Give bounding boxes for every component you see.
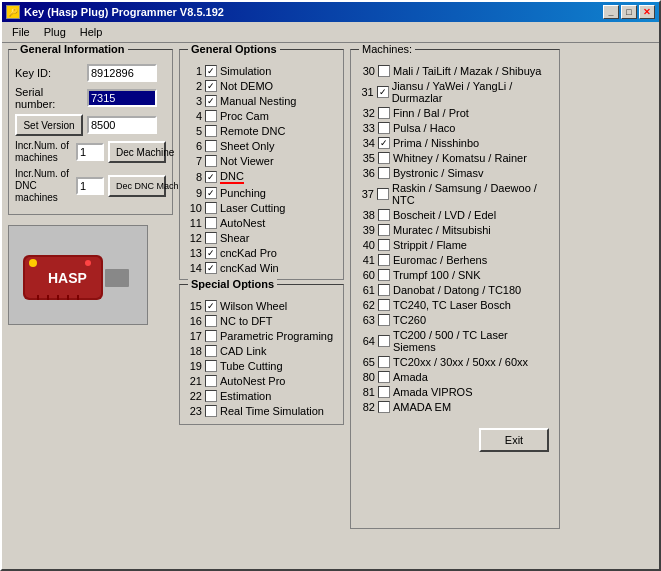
option-13: 13 cncKad Pro	[186, 246, 337, 260]
left-panel: General Information Key ID: Serial numbe…	[8, 49, 173, 529]
option-7-checkbox[interactable]	[205, 155, 217, 167]
incr-machines-label: Incr.Num. of machines	[15, 140, 72, 164]
machine-81-checkbox[interactable]	[378, 386, 390, 398]
special-options-title: Special Options	[188, 278, 277, 290]
set-version-input[interactable]	[87, 116, 157, 134]
machine-80: 80 Amada	[357, 370, 553, 384]
main-content: General Information Key ID: Serial numbe…	[2, 43, 659, 535]
serial-input[interactable]	[87, 89, 157, 107]
menu-help[interactable]: Help	[74, 24, 109, 40]
machine-64-checkbox[interactable]	[378, 335, 390, 347]
machine-38: 38 Boscheit / LVD / Edel	[357, 208, 553, 222]
option-21: 21 AutoNest Pro	[186, 374, 337, 388]
option-1-checkbox[interactable]	[205, 65, 217, 77]
machine-61-checkbox[interactable]	[378, 284, 390, 296]
machine-33-checkbox[interactable]	[378, 122, 390, 134]
option-10-checkbox[interactable]	[205, 202, 217, 214]
option-5: 5 Remote DNC	[186, 124, 337, 138]
exit-button[interactable]: Exit	[479, 428, 549, 452]
option-9: 9 Punching	[186, 186, 337, 200]
general-options-title: General Options	[188, 43, 280, 55]
window-icon: 🔑	[6, 5, 20, 19]
option-19-checkbox[interactable]	[205, 360, 217, 372]
machine-31-checkbox[interactable]	[377, 86, 389, 98]
machine-82-checkbox[interactable]	[378, 401, 390, 413]
close-button[interactable]: ✕	[639, 5, 655, 19]
machine-63-checkbox[interactable]	[378, 314, 390, 326]
machines-title: Machines:	[359, 43, 415, 55]
machine-39-checkbox[interactable]	[378, 224, 390, 236]
option-17-checkbox[interactable]	[205, 330, 217, 342]
menu-file[interactable]: File	[6, 24, 36, 40]
option-3-checkbox[interactable]	[205, 95, 217, 107]
menu-plug[interactable]: Plug	[38, 24, 72, 40]
svg-point-5	[29, 259, 37, 267]
machine-36: 36 Bystronic / Simasv	[357, 166, 553, 180]
option-9-checkbox[interactable]	[205, 187, 217, 199]
machine-30-checkbox[interactable]	[378, 65, 390, 77]
option-1: 1 Simulation	[186, 64, 337, 78]
option-16: 16 NC to DFT	[186, 314, 337, 328]
machine-33: 33 Pulsa / Haco	[357, 121, 553, 135]
option-23-checkbox[interactable]	[205, 405, 217, 417]
option-5-checkbox[interactable]	[205, 125, 217, 137]
machines-group: Machines: 30 Mali / TaiLift / Mazak / Sh…	[350, 49, 560, 529]
option-14: 14 cncKad Win	[186, 261, 337, 275]
svg-point-6	[85, 260, 91, 266]
option-7: 7 Not Viewer	[186, 154, 337, 168]
special-options-group: Special Options 15 Wilson Wheel 16 NC to…	[179, 284, 344, 425]
option-2: 2 Not DEMO	[186, 79, 337, 93]
machine-34-checkbox[interactable]	[378, 137, 390, 149]
machine-81: 81 Amada VIPROS	[357, 385, 553, 399]
option-4: 4 Proc Cam	[186, 109, 337, 123]
machine-62-checkbox[interactable]	[378, 299, 390, 311]
incr-dnc-input[interactable]	[76, 177, 104, 195]
window-title: Key (Hasp Plug) Programmer V8.5.192	[24, 6, 224, 18]
option-14-checkbox[interactable]	[205, 262, 217, 274]
option-13-checkbox[interactable]	[205, 247, 217, 259]
option-15-checkbox[interactable]	[205, 300, 217, 312]
option-16-checkbox[interactable]	[205, 315, 217, 327]
set-version-button[interactable]: Set Version	[15, 114, 83, 136]
set-version-row: Set Version	[15, 114, 166, 136]
option-6-checkbox[interactable]	[205, 140, 217, 152]
title-buttons: _ □ ✕	[603, 5, 655, 19]
machine-41-checkbox[interactable]	[378, 254, 390, 266]
key-id-label: Key ID:	[15, 67, 83, 79]
machine-32-checkbox[interactable]	[378, 107, 390, 119]
minimize-button[interactable]: _	[603, 5, 619, 19]
key-id-input[interactable]	[87, 64, 157, 82]
serial-row: Serial number:	[15, 86, 166, 110]
option-21-checkbox[interactable]	[205, 375, 217, 387]
option-18-checkbox[interactable]	[205, 345, 217, 357]
machine-36-checkbox[interactable]	[378, 167, 390, 179]
machine-35-checkbox[interactable]	[378, 152, 390, 164]
option-22-checkbox[interactable]	[205, 390, 217, 402]
machine-65: 65 TC20xx / 30xx / 50xx / 60xx	[357, 355, 553, 369]
option-11-checkbox[interactable]	[205, 217, 217, 229]
option-19: 19 Tube Cutting	[186, 359, 337, 373]
svg-text:HASP: HASP	[48, 270, 87, 286]
machine-65-checkbox[interactable]	[378, 356, 390, 368]
machines-list: 30 Mali / TaiLift / Mazak / Shibuya 31 J…	[357, 64, 553, 414]
machine-37-checkbox[interactable]	[377, 188, 389, 200]
dec-dnc-button[interactable]: Dec DNC Machine	[108, 175, 166, 197]
option-10: 10 Laser Cutting	[186, 201, 337, 215]
option-2-checkbox[interactable]	[205, 80, 217, 92]
svg-rect-3	[105, 269, 129, 287]
option-12-checkbox[interactable]	[205, 232, 217, 244]
dec-machine-button[interactable]: Dec Machine	[108, 141, 166, 163]
machine-80-checkbox[interactable]	[378, 371, 390, 383]
maximize-button[interactable]: □	[621, 5, 637, 19]
right-panel: Machines: 30 Mali / TaiLift / Mazak / Sh…	[350, 49, 560, 529]
machine-40-checkbox[interactable]	[378, 239, 390, 251]
machine-35: 35 Whitney / Komatsu / Rainer	[357, 151, 553, 165]
option-4-checkbox[interactable]	[205, 110, 217, 122]
incr-machines-input[interactable]	[76, 143, 104, 161]
incr-dnc-label: Incr.Num. of DNC machines	[15, 168, 72, 204]
machine-38-checkbox[interactable]	[378, 209, 390, 221]
option-8-checkbox[interactable]	[205, 171, 217, 183]
machine-60-checkbox[interactable]	[378, 269, 390, 281]
general-info-title: General Information	[17, 43, 128, 55]
option-23: 23 Real Time Simulation	[186, 404, 337, 418]
